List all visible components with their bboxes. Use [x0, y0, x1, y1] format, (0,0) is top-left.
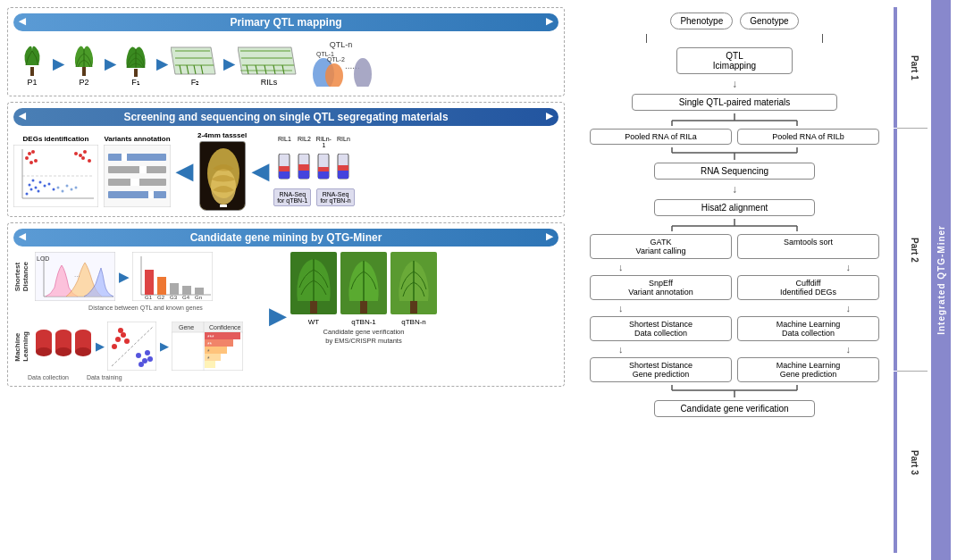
- svg-rect-137: [310, 301, 317, 313]
- plant-p2: P2: [67, 40, 101, 87]
- rnaseq2-label: RNA-Seqfor qTBN-n: [316, 188, 354, 206]
- svg-rect-92: [157, 277, 166, 295]
- part1-label: Part 1: [910, 55, 919, 80]
- part3-section: Part 3: [894, 372, 931, 553]
- part2-label: Part 2: [910, 238, 919, 263]
- svg-text:Confidence: Confidence: [209, 324, 241, 330]
- svg-point-56: [75, 187, 78, 189]
- variants-svg: [104, 145, 171, 207]
- part1-section: Part 1: [894, 7, 931, 128]
- split-line2-svg: [609, 219, 860, 231]
- riln1-label: RILn-1: [315, 136, 332, 148]
- rna-seq-node: RNA Sequencing: [654, 163, 815, 180]
- split-arrows2: [581, 221, 888, 231]
- genotype-text: Genotype: [750, 16, 788, 26]
- tube-row: [276, 154, 351, 185]
- qtbn-plant-svg: [390, 252, 437, 314]
- pooled-rna-b-text: Pooled RNA of RILb: [772, 132, 844, 141]
- sd-data-text: Shortest DistanceData collection: [629, 320, 693, 338]
- variants-label: Variants annotation: [104, 135, 170, 143]
- svg-rect-0: [30, 67, 34, 76]
- plant-rils: RILs: [238, 40, 300, 87]
- svg-point-35: [26, 193, 29, 196]
- ml-data-node: Machine LearningData collection: [737, 316, 879, 341]
- svg-point-44: [34, 159, 38, 163]
- verification-caption: Candidate gene verificationby EMS/CRISPR…: [323, 328, 405, 346]
- scatter-train-svg: [107, 322, 156, 371]
- svg-point-36: [35, 187, 38, 189]
- svg-point-33: [29, 184, 31, 187]
- arrow-left-large: ◀: [176, 159, 192, 184]
- gatk-samtools-row: GATKVariant calling Samtools sort: [581, 234, 888, 259]
- svg-text:LOD: LOD: [37, 255, 49, 262]
- svg-text:QTL-2: QTL-2: [327, 56, 345, 63]
- tassel-panel: 2-4mm tasssel: [197, 131, 247, 211]
- svg-rect-73: [279, 171, 290, 179]
- svg-rect-1: [82, 67, 86, 76]
- plant-p2-icon: [67, 40, 101, 78]
- ril1-label: RIL1: [276, 136, 292, 148]
- degs-label: DEGs identification: [23, 135, 89, 143]
- qtl-peak-labels: QTL-n: [330, 40, 353, 49]
- parts-sidebar: Part 1 Part 2 Part 3: [894, 0, 931, 560]
- arrow-big-right: ▶: [269, 304, 285, 329]
- screening-row: DEGs identification: [13, 131, 558, 211]
- ril2-label: RIL2: [296, 136, 312, 148]
- shortest-dist-row: ShortestDistance LOD ...: [13, 252, 264, 301]
- svg-point-42: [29, 161, 33, 164]
- candidate-gene-text: Candidate gene verification: [680, 404, 788, 414]
- variants-panel: Variants annotation: [104, 135, 171, 207]
- tube4-svg: [335, 154, 351, 185]
- qtbn1-plant-svg: [340, 252, 387, 314]
- main-container: Primary QTL mapping P1 ▶: [0, 0, 957, 560]
- svg-point-103: [36, 347, 52, 356]
- plant-p1-label: P1: [27, 78, 37, 87]
- ml-gene-text: Machine LearningGene prediction: [777, 361, 841, 379]
- plant-f2-icon: [171, 40, 220, 78]
- single-qtl-text: Single QTL-paired materials: [679, 97, 791, 107]
- tube1-svg: [276, 154, 292, 185]
- svg-rect-91: [145, 270, 154, 295]
- arrows-phen-gen: [581, 34, 888, 43]
- svg-rect-79: [318, 171, 329, 179]
- plant-verify-row: [290, 252, 437, 314]
- dc-label: Data collection: [28, 374, 69, 380]
- cuffdiff-text: CuffdiffIdentified DEGs: [780, 279, 836, 297]
- right-panel: Phenotype Genotype QTLIcimapping ↓: [572, 0, 957, 560]
- section3-title: Candidate gene mining by QTG-Miner: [13, 229, 558, 247]
- degs-panel: DEGs identification: [13, 135, 98, 207]
- snpeff-node: SnpEffVariant annotation: [590, 275, 732, 300]
- spacer1: [13, 314, 264, 318]
- section3-box: Candidate gene mining by QTG-Miner Short…: [7, 222, 565, 387]
- svg-rect-63: [122, 154, 127, 161]
- merge-line-svg: [609, 147, 860, 160]
- qtl-n-label: QTL-n: [330, 40, 353, 49]
- db-icons: [35, 329, 92, 364]
- hisat-row: Hisat2 alignment: [581, 199, 888, 216]
- svg-rect-131: [205, 361, 215, 368]
- down-arrows4: ↓ ↓: [581, 303, 888, 313]
- tube2-svg: [296, 154, 312, 185]
- candidate-left: ShortestDistance LOD ...: [13, 252, 264, 380]
- arrow-db: ▶: [96, 340, 104, 353]
- merge-arrows: [581, 147, 888, 158]
- svg-point-54: [66, 185, 69, 188]
- svg-rect-60: [108, 166, 166, 173]
- phenotype-node: Phenotype: [670, 13, 733, 29]
- ml-gene-node: Machine LearningGene prediction: [737, 357, 879, 382]
- svg-rect-66: [148, 191, 154, 198]
- ril-panel: RIL1 RIL2 RILn-1 RILn: [273, 136, 354, 206]
- svg-rect-143: [410, 301, 417, 313]
- wt-plant-svg: [290, 252, 337, 314]
- shortest-label: ShortestDistance: [13, 262, 29, 291]
- gatk-node: GATKVariant calling: [590, 234, 732, 259]
- svg-rect-93: [170, 283, 179, 295]
- snpeff-cuffdiff-row: SnpEffVariant annotation CuffdiffIdentif…: [581, 275, 888, 300]
- plant-f2-label: F₂: [191, 78, 200, 87]
- svg-text:...: ...: [74, 271, 80, 279]
- plant-f1: F₁: [119, 40, 153, 87]
- svg-rect-82: [338, 171, 348, 179]
- svg-rect-78: [318, 167, 329, 171]
- tassel-image: [199, 141, 246, 211]
- ml-data-text: Machine LearningData collection: [777, 320, 841, 338]
